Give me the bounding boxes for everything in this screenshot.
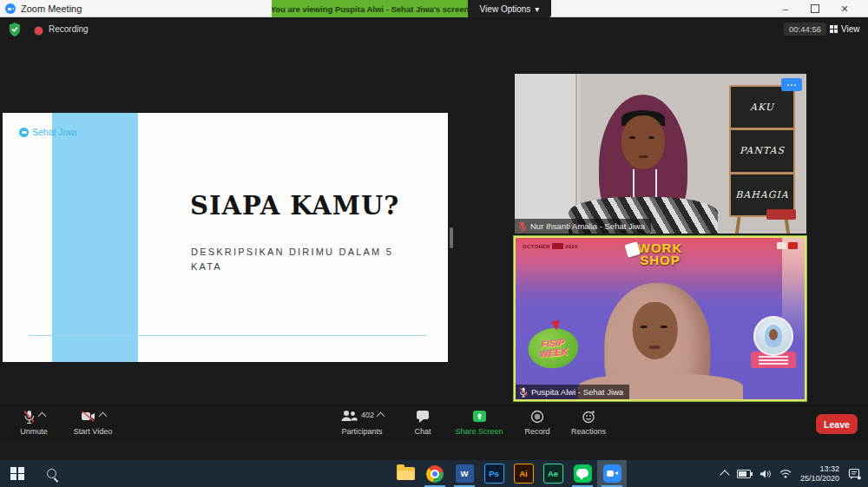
slide-subtitle-line1: DESKRIPSIKAN DIRIMU DALAM 5 <box>191 245 399 260</box>
minimize-button[interactable]: – <box>771 0 800 17</box>
slide-divider-line <box>29 335 426 336</box>
meeting-toolbar: Unmute Start Video 402 Participants Chat <box>0 405 868 443</box>
search-icon <box>47 469 56 478</box>
share-screen-button[interactable]: Share Screen <box>448 410 510 436</box>
speaker-mouth <box>648 346 660 349</box>
taskbar-clock[interactable]: 13:32 25/10/2020 <box>800 464 839 483</box>
participants-label: Participants <box>341 427 382 436</box>
event-year: 2020 <box>565 244 578 249</box>
sehat-jiwa-logo-text: Sehat Jiwa <box>32 127 76 137</box>
photoshop-icon: Ps <box>484 464 504 484</box>
taskbar-after-effects[interactable]: Ae <box>538 460 568 487</box>
viewing-banner: You are viewing Puspita Alwi - Sehat Jiw… <box>272 0 468 17</box>
taskbar-word[interactable]: W <box>450 460 479 487</box>
share-screen-icon <box>472 410 487 424</box>
view-label: View <box>841 24 860 34</box>
chevron-up-icon[interactable] <box>98 412 107 421</box>
start-button[interactable] <box>3 460 32 487</box>
slide-subtitle: DESKRIPSIKAN DIRIMU DALAM 5 KATA <box>191 245 399 274</box>
scrollbar-thumb[interactable] <box>450 227 453 248</box>
chevron-up-icon[interactable] <box>377 412 385 421</box>
record-button[interactable]: Record <box>517 410 557 436</box>
participant-face <box>621 115 665 169</box>
participants-button[interactable]: 402 Participants <box>332 410 391 436</box>
participant-mouth <box>639 155 648 158</box>
tile-menu-button[interactable] <box>781 78 802 91</box>
speaker-eye <box>660 326 667 328</box>
wifi-icon[interactable] <box>779 469 792 478</box>
start-video-button[interactable]: Start Video <box>62 410 123 436</box>
event-month: OCTOBER <box>523 244 550 249</box>
sehat-jiwa-logo: Sehat Jiwa <box>19 127 76 137</box>
slide-subtitle-line2: KATA <box>191 260 399 274</box>
chevron-up-icon[interactable] <box>38 412 47 421</box>
chalkboard-word: AKU <box>731 87 793 128</box>
participants-count: 402 <box>361 411 374 419</box>
windows-taskbar: W Ps Ai Ae 13:32 25/10/2020 <box>0 460 868 487</box>
zoom-icon <box>603 464 621 483</box>
participant-eye <box>648 136 654 139</box>
ice-cream-cone-icon <box>551 320 561 331</box>
taskbar-zoom[interactable] <box>597 460 627 487</box>
taskbar-search-button[interactable] <box>36 460 66 487</box>
meeting-timer: 00:44:56 <box>784 23 826 36</box>
leave-button[interactable]: Leave <box>816 414 858 434</box>
recording-label: Recording <box>49 24 89 34</box>
mic-muted-icon <box>23 410 36 424</box>
illustrator-icon: Ai <box>514 464 534 484</box>
participant-eye <box>629 136 635 139</box>
record-label: Record <box>524 427 549 436</box>
taskbar-chrome[interactable] <box>420 460 450 487</box>
video-tile-nur-ihsanti[interactable]: AKU PANTAS BAHAGIA Nur Ihsanti Amalia - … <box>515 74 806 234</box>
participant-name: Nur Ihsanti Amalia - Sehat Jiwa <box>530 221 645 231</box>
caret-down-icon: ▾ <box>535 4 539 14</box>
speaker-name-label: Puspita Alwi - Sehat Jiwa <box>516 385 629 399</box>
workshop-logo: WORK SHOP <box>638 242 683 267</box>
taskbar-line[interactable] <box>568 460 597 487</box>
window-titlebar: Zoom Meeting You are viewing Puspita Alw… <box>0 0 868 17</box>
recording-dot-icon <box>35 27 43 35</box>
camera-off-icon <box>81 410 96 423</box>
overlay-logos <box>777 242 798 249</box>
fisip-week-badge: FISIP WEEK <box>525 319 583 371</box>
speaker-eye <box>640 326 647 328</box>
chalkboard-leg <box>734 217 740 234</box>
system-tray: 13:32 25/10/2020 <box>721 460 868 487</box>
ellipsis-icon <box>791 84 792 86</box>
overlay-logo-icon <box>777 242 786 249</box>
view-options-button[interactable]: View Options ▾ <box>468 0 551 17</box>
taskbar-illustrator[interactable]: Ai <box>509 460 538 487</box>
fisip-line2: WEEK <box>539 346 569 359</box>
chalkboard: AKU PANTAS BAHAGIA <box>729 85 795 217</box>
participant-name-label: Nur Ihsanti Amalia - Sehat Jiwa <box>515 219 651 234</box>
line-icon <box>574 464 592 483</box>
unmute-label: Unmute <box>20 427 48 436</box>
view-layout-button[interactable]: View <box>830 23 860 36</box>
battery-icon[interactable] <box>737 470 751 478</box>
encryption-shield-icon <box>9 23 21 40</box>
hidden-icons-chevron[interactable] <box>720 470 729 479</box>
after-effects-icon: Ae <box>543 464 563 484</box>
zoom-meeting-window: Zoom Meeting You are viewing Puspita Alw… <box>0 0 868 487</box>
zoom-app-icon <box>5 3 16 14</box>
clock-date: 25/10/2020 <box>800 474 839 484</box>
maximize-button[interactable] <box>800 0 830 17</box>
action-center-icon[interactable] <box>848 468 861 480</box>
badge-face <box>769 329 778 340</box>
chat-button[interactable]: Chat <box>404 410 441 436</box>
windows-logo-icon <box>10 467 24 481</box>
start-video-label: Start Video <box>74 427 112 436</box>
speaker-face <box>632 302 677 359</box>
unmute-button[interactable]: Unmute <box>7 410 61 436</box>
reactions-button[interactable]: Reactions <box>564 410 613 436</box>
taskbar-file-explorer[interactable] <box>391 460 420 487</box>
minimize-icon: – <box>783 3 788 14</box>
muted-mic-icon <box>518 221 527 232</box>
chat-icon <box>416 410 430 423</box>
speaker-icon[interactable] <box>760 469 771 479</box>
speaker-name: Puspita Alwi - Sehat Jiwa <box>531 387 623 397</box>
event-date-overlay: OCTOBER 2020 <box>523 243 578 249</box>
close-button[interactable]: ✕ <box>830 0 859 17</box>
taskbar-photoshop[interactable]: Ps <box>479 460 509 487</box>
video-tile-puspita-alwi[interactable]: OCTOBER 2020 WORK SHOP FISIP WEEK <box>514 236 806 401</box>
